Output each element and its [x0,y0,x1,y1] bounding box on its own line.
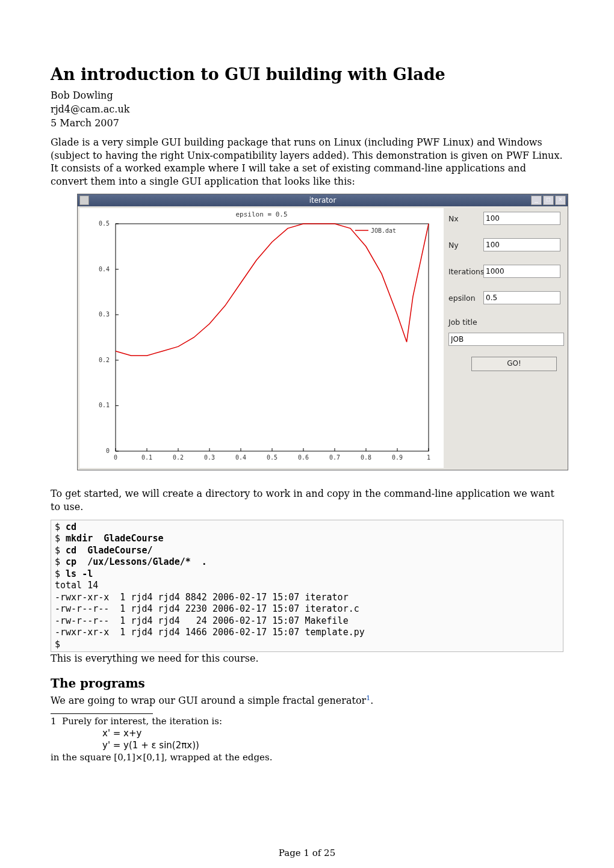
page-title: An introduction to GUI building with Gla… [51,65,563,84]
legend-label: JOB.dat [371,227,396,234]
svg-text:0.9: 0.9 [392,454,403,461]
svg-rect-0 [116,224,429,451]
footnote-separator [51,713,153,714]
nx-input[interactable] [483,212,560,225]
footnote-lead: Purely for interest, the iteration is: [62,716,222,727]
page-number: Page 1 of 25 [0,848,614,858]
svg-text:0.5: 0.5 [99,220,110,227]
svg-text:0: 0 [106,448,110,454]
ny-input[interactable] [483,238,560,251]
svg-text:0.3: 0.3 [99,312,110,318]
svg-text:0: 0 [114,454,117,461]
footnote-number: 1 [51,716,57,727]
svg-text:0.5: 0.5 [267,454,278,461]
section2-text: We are going to wrap our GUI around a si… [51,694,563,707]
svg-text:0.7: 0.7 [329,454,340,461]
titlebar: iterator _ □ × [78,194,568,206]
nx-label: Nx [448,214,483,223]
author-line: Bob Dowling [51,90,563,101]
after-terminal-text: This is everything we need for this cour… [51,652,563,665]
svg-text:0.6: 0.6 [298,454,309,461]
window-title: iterator [78,196,568,205]
svg-text:0.1: 0.1 [99,402,110,409]
ny-label: Ny [448,241,483,250]
jobtitle-label: Job title [448,318,477,327]
footnote-tail: in the square [0,1]×[0,1], wrapped at th… [51,752,272,763]
jobtitle-input[interactable] [448,333,564,346]
svg-text:0.1: 0.1 [141,454,152,461]
svg-text:0.3: 0.3 [204,454,215,461]
section2-text-span: We are going to wrap our GUI around a si… [51,695,366,706]
iterations-label: Iterations [448,267,483,276]
svg-text:0.2: 0.2 [99,357,110,363]
after-screenshot-text: To get started, we will create a directo… [51,487,563,513]
intro-paragraph: Glade is a very simple GUI building pack… [51,136,563,188]
terminal-listing: $ cd $ mkdir GladeCourse $ cd GladeCours… [51,520,563,653]
email-line: rjd4@cam.ac.uk [51,103,563,115]
epsilon-label: epsilon [448,294,483,303]
section-heading-programs: The programs [51,676,563,691]
svg-text:0.4: 0.4 [99,266,110,272]
date-line: 5 March 2007 [51,117,563,129]
section2-period: . [370,695,373,706]
svg-text:1: 1 [427,454,430,461]
svg-text:0.8: 0.8 [361,454,371,461]
iterations-input[interactable] [483,265,560,278]
footnote-eq1: x' = x+y [102,728,141,739]
app-screenshot: iterator _ □ × epsilon = 0.5 00 [77,194,568,470]
plot-title: epsilon = 0.5 [79,211,444,218]
svg-text:0.4: 0.4 [235,454,246,461]
footnote-eq2: y' = y(1 + ε sin(2πx)) [102,740,199,751]
svg-text:0.2: 0.2 [173,454,184,461]
plot-canvas: epsilon = 0.5 00.10.20.30.40.50.60.70.80… [79,208,444,468]
sidebar-form: Nx Ny Iterations epsilon [444,208,568,468]
epsilon-input[interactable] [483,291,560,304]
footnote-block: 1 Purely for interest, the iteration is:… [51,715,563,764]
go-button[interactable]: GO! [471,357,557,371]
